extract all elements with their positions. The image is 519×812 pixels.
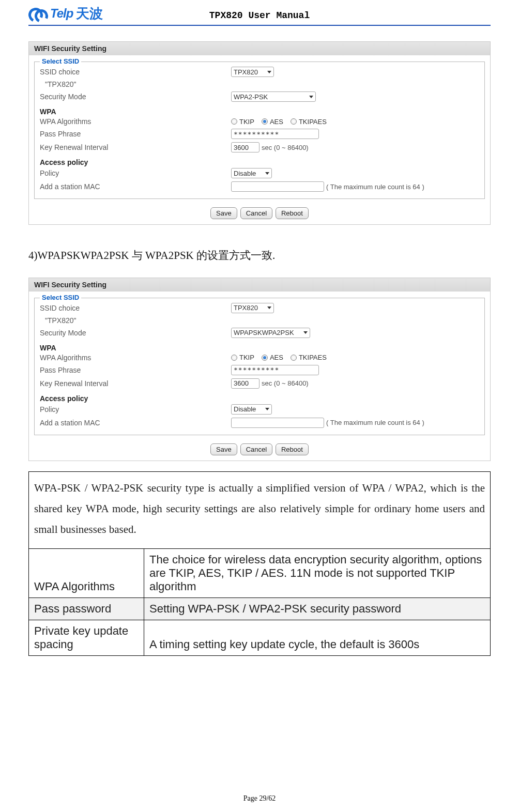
radio-tkipaes[interactable]: TKIPAES [291,354,327,361]
panel-title: WIFI Security Setting [29,278,490,292]
chevron-down-icon [267,307,271,309]
security-mode-label: Security Mode [40,93,231,101]
add-mac-input[interactable] [231,181,324,192]
ssid-choice-label: SSID choice [40,304,231,312]
logo-cn: 天波 [76,5,103,23]
access-policy-header: Access policy [40,394,479,403]
policy-value: Disable [234,405,256,413]
chevron-down-icon [265,172,269,175]
key-renewal-row: Key Renewal Interval 3600 sec (0 ~ 86400… [40,377,479,390]
key-renewal-label: Key Renewal Interval [40,379,231,388]
cancel-button[interactable]: Cancel [240,207,272,219]
radio-icon [262,118,268,125]
pass-phrase-input[interactable]: ********** [231,365,319,375]
chevron-down-icon [309,96,313,98]
fieldset-legend: Select SSID [40,57,81,65]
select-ssid-fieldset: Select SSID SSID choice TPX820 "TPX820" … [34,298,485,435]
wpa-algorithms-cell: WPA Algorithms [29,548,144,597]
add-mac-row: Add a station MAC ( The maximum rule cou… [40,416,479,430]
radio-tkipaes[interactable]: TKIPAES [291,118,327,126]
save-button[interactable]: Save [210,443,237,455]
security-mode-row: Security Mode WPAPSKWPA2PSK [40,326,479,340]
wpa-algorithms-row: WPA Algorithms TKIP AES TKIPAES [40,352,479,363]
wifi-security-panel-2: WIFI Security Setting Select SSID SSID c… [28,278,491,461]
radio-aes[interactable]: AES [262,118,283,126]
pass-phrase-label: Pass Phrase [40,130,231,138]
logo: Telp 天波 [28,5,103,23]
wpa-section-header: WPA [40,108,479,116]
key-renewal-row: Key Renewal Interval 3600 sec (0 ~ 86400… [40,141,479,154]
policy-label: Policy [40,405,231,413]
radio-icon [231,355,237,361]
radio-tkip[interactable]: TKIP [231,118,254,126]
cancel-button[interactable]: Cancel [240,443,272,455]
description-table: WPA-PSK / WPA2-PSK security type is actu… [28,471,491,656]
ssid-choice-select[interactable]: TPX820 [231,67,274,77]
ssid-current-row: "TPX820" [40,315,479,326]
ssid-choice-select[interactable]: TPX820 [231,303,274,313]
pass-phrase-row: Pass Phrase ********** [40,363,479,377]
radio-aes[interactable]: AES [262,354,283,361]
key-renewal-label: Key Renewal Interval [40,143,231,151]
security-mode-label: Security Mode [40,329,231,337]
add-mac-input[interactable] [231,418,324,428]
ssid-current-row: "TPX820" [40,79,479,90]
table-row: WPA-PSK / WPA2-PSK security type is actu… [29,471,491,548]
security-mode-select[interactable]: WPA2-PSK [231,91,316,102]
policy-label: Policy [40,169,231,177]
key-renewal-input[interactable]: 3600 [231,378,260,389]
radio-icon [231,118,237,125]
radio-icon [291,355,297,361]
chevron-down-icon [265,408,269,410]
panel-title: WIFI Security Setting [29,42,490,55]
security-mode-row: Security Mode WPA2-PSK [40,90,479,103]
security-mode-value: WPA2-PSK [234,93,268,101]
key-renewal-unit: sec (0 ~ 86400) [262,379,309,387]
key-renewal-unit: sec (0 ~ 86400) [262,144,309,151]
ssid-choice-label: SSID choice [40,68,231,76]
ssid-choice-row: SSID choice TPX820 [40,301,479,315]
security-mode-value: WPAPSKWPA2PSK [234,329,294,336]
policy-select[interactable]: Disable [231,168,272,178]
add-mac-row: Add a station MAC ( The maximum rule cou… [40,180,479,193]
pass-phrase-input[interactable]: ********** [231,129,319,139]
logo-text: Telp [50,6,73,21]
button-bar: Save Cancel Reboot [29,439,490,461]
key-update-cell: Private key update spacing [29,620,144,655]
access-policy-header: Access policy [40,158,479,166]
reboot-button[interactable]: Reboot [276,207,309,219]
doc-title: TPX820 User Manual [209,10,310,21]
policy-select[interactable]: Disable [231,404,272,415]
security-mode-select[interactable]: WPAPSKWPA2PSK [231,328,310,338]
radio-icon [291,118,297,125]
wpa-algorithms-desc: The choice for wireless data encryption … [144,548,491,597]
reboot-button[interactable]: Reboot [276,443,309,455]
add-mac-label: Add a station MAC [40,182,231,191]
save-button[interactable]: Save [210,207,237,219]
table-row: Private key update spacing A timing sett… [29,620,491,655]
page-footer: Page 29/62 [0,794,519,803]
add-mac-note: ( The maximum rule count is 64 ) [326,183,424,191]
add-mac-label: Add a station MAC [40,419,231,427]
table-description: WPA-PSK / WPA2-PSK security type is actu… [29,471,491,548]
add-mac-note: ( The maximum rule count is 64 ) [326,419,424,426]
ssid-choice-value: TPX820 [234,304,258,312]
table-row: Pass password Setting WPA-PSK / WPA2-PSK… [29,597,491,620]
ssid-choice-value: TPX820 [234,68,258,76]
pass-phrase-row: Pass Phrase ********** [40,127,479,141]
ssid-current-value: "TPX820" [45,316,77,325]
pass-password-desc: Setting WPA-PSK / WPA2-PSK security pass… [144,597,491,620]
wpa-section-header: WPA [40,344,479,352]
table-row: WPA Algorithms The choice for wireless d… [29,548,491,597]
wpa-algorithms-label: WPA Algorithms [40,354,231,362]
page-header: Telp 天波 TPX820 User Manual [28,5,491,26]
logo-mark-icon [28,6,48,21]
button-bar: Save Cancel Reboot [29,203,490,224]
radio-icon [262,355,268,361]
select-ssid-fieldset: Select SSID SSID choice TPX820 "TPX820" … [34,62,485,199]
body-paragraph-1: 4)WPAPSKWPA2PSK 与 WPA2PSK 的设置方式一致. [28,246,491,266]
ssid-choice-row: SSID choice TPX820 [40,65,479,79]
wpa-algorithms-row: WPA Algorithms TKIP AES TKIPAES [40,116,479,127]
radio-tkip[interactable]: TKIP [231,354,254,361]
key-renewal-input[interactable]: 3600 [231,142,260,152]
